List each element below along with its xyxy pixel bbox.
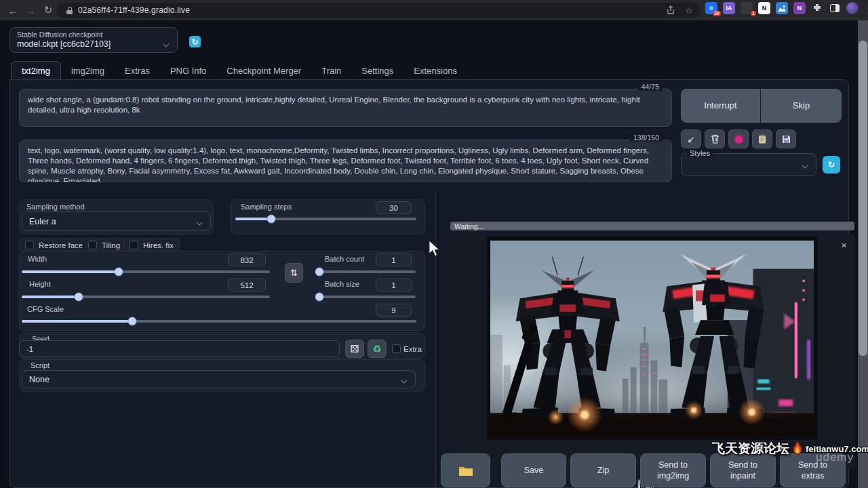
profile-avatar[interactable]	[846, 2, 859, 14]
tiling-label: Tiling	[102, 241, 120, 249]
main-tabs: txt2img img2img Extras PNG Info Checkpoi…	[11, 61, 467, 80]
refresh-checkpoints-button[interactable]: ↻	[189, 36, 201, 47]
cfg-scale-slider[interactable]	[22, 317, 416, 326]
paste-params-button[interactable]: ↙	[681, 129, 701, 148]
refresh-styles-button[interactable]: ↻	[823, 156, 840, 174]
sampling-method-dropdown[interactable]: Euler a	[22, 211, 211, 231]
save-button[interactable]: Save	[501, 453, 566, 487]
address-bar[interactable]: 02a56ff4-71ff-439e.gradio.live ☆	[57, 3, 700, 18]
styles-label: Styles	[687, 149, 713, 157]
checkpoint-dropdown[interactable]: Stable Diffusion checkpoint model.ckpt […	[9, 27, 178, 53]
site-watermark: 飞天资源论坛 feitianwu7.com	[712, 440, 868, 458]
width-slider[interactable]	[22, 267, 270, 277]
restore-faces-checkbox[interactable]	[25, 241, 34, 249]
tab-train[interactable]: Train	[311, 62, 351, 80]
clear-prompt-button[interactable]	[705, 129, 725, 148]
mouse-cursor	[429, 240, 441, 258]
random-seed-button[interactable]: ⚄	[345, 340, 364, 358]
bookmark-star-icon[interactable]: ☆	[685, 5, 693, 16]
txt2img-panel: wide shot angle, a (gundam:0.8) robot st…	[9, 79, 849, 488]
height-slider[interactable]	[22, 292, 270, 302]
trash-icon	[711, 134, 719, 144]
watermark-site: feitianwu7.com	[806, 444, 868, 454]
progress-status: Waiting...	[450, 222, 854, 230]
floppy-save-icon	[782, 135, 791, 144]
lock-icon	[66, 7, 73, 14]
browser-reload-icon[interactable]: ↻	[41, 3, 56, 18]
skip-button[interactable]: Skip	[761, 89, 842, 123]
batch-count-input[interactable]: 1	[376, 253, 412, 266]
script-value: None	[29, 375, 50, 384]
checkpoint-value: model.ckpt [cc6cb27103]	[17, 39, 170, 49]
reuse-seed-button[interactable]: ♻	[368, 340, 387, 358]
hires-fix-label: Hires. fix	[143, 241, 174, 249]
seed-input[interactable]: -1	[19, 340, 340, 357]
open-folder-button[interactable]	[441, 453, 490, 487]
script-dropdown[interactable]: None	[22, 370, 416, 388]
browser-menu-icon[interactable]: ⋮	[864, 3, 868, 14]
tab-png-info[interactable]: PNG Info	[160, 62, 216, 80]
close-preview-icon[interactable]: ×	[841, 240, 847, 250]
batch-size-input[interactable]: 1	[376, 279, 412, 291]
browser-forward-icon[interactable]: →	[23, 3, 38, 18]
screen: ← → ↻ 02a56ff4-71ff-439e.gradio.live ☆ 2…	[0, 0, 868, 488]
extra-networks-button[interactable]	[728, 129, 749, 148]
cfg-scale-input[interactable]: 9	[376, 304, 412, 317]
width-input[interactable]: 832	[228, 253, 266, 266]
extension-icon[interactable]: IA	[723, 2, 735, 14]
url-text[interactable]: 02a56ff4-71ff-439e.gradio.live	[78, 5, 190, 15]
extra-seed-label: Extra	[403, 345, 422, 353]
sampling-steps-slider[interactable]	[235, 214, 416, 224]
extension-icon[interactable]: 1	[741, 2, 753, 14]
gundam-preview-image	[490, 240, 814, 436]
batch-size-slider[interactable]	[317, 292, 416, 302]
send-to-img2img-button[interactable]: Send to img2img	[640, 453, 706, 487]
extension-icon[interactable]: N	[758, 2, 770, 14]
width-label: Width	[28, 255, 47, 263]
tab-settings[interactable]: Settings	[351, 62, 403, 80]
chevron-down-icon	[197, 220, 203, 224]
apply-styles-button[interactable]	[752, 129, 772, 148]
extension-icon[interactable]	[776, 2, 788, 14]
save-style-button[interactable]	[776, 129, 796, 148]
tab-extras[interactable]: Extras	[115, 62, 160, 80]
hires-fix-option[interactable]: Hires. fix	[123, 238, 180, 252]
watermark-text: 飞天资源论坛	[712, 440, 789, 458]
clipboard-icon	[758, 134, 766, 144]
extra-seed-checkbox[interactable]	[392, 344, 401, 353]
swap-dimensions-button[interactable]: ⇅	[285, 263, 303, 283]
sampling-steps-input[interactable]: 30	[376, 201, 412, 214]
zip-button[interactable]: Zip	[570, 453, 636, 487]
extra-networks-icon	[735, 136, 743, 143]
share-icon[interactable]	[666, 5, 675, 15]
send-to-inpaint-button[interactable]: Send to inpaint	[710, 453, 776, 487]
tab-checkpoint-merger[interactable]: Checkpoint Merger	[216, 62, 311, 80]
page-scrollbar-thumb[interactable]	[859, 41, 867, 356]
prompt-token-counter: 44/75	[638, 83, 663, 91]
tab-img2img[interactable]: img2img	[61, 62, 115, 80]
status-text: Waiting...	[454, 222, 484, 230]
chevron-down-icon	[401, 378, 408, 382]
sidebar-toggle-icon[interactable]	[829, 2, 841, 14]
prompt-textarea[interactable]: wide shot angle, a (gundam:0.8) robot st…	[19, 89, 672, 127]
styles-dropdown[interactable]: Styles	[681, 153, 816, 176]
batch-count-slider[interactable]	[317, 267, 416, 277]
height-input[interactable]: 512	[228, 279, 266, 291]
tiling-option[interactable]: Tiling	[82, 238, 126, 252]
tiling-checkbox[interactable]	[88, 241, 97, 249]
generated-image[interactable]	[487, 237, 817, 440]
extension-icon[interactable]: 20	[705, 2, 717, 14]
tab-extensions[interactable]: Extensions	[403, 62, 467, 80]
restore-faces-label: Restore faces	[39, 241, 87, 249]
folder-icon	[458, 465, 473, 476]
tab-txt2img[interactable]: txt2img	[11, 61, 61, 80]
negative-prompt-textarea[interactable]: text, logo, watermark, (worst quality, l…	[19, 140, 672, 182]
puzzle-extensions-icon[interactable]	[811, 2, 823, 14]
result-gallery: ×	[450, 235, 855, 468]
flame-icon	[791, 441, 804, 457]
browser-toolbar: ← → ↻ 02a56ff4-71ff-439e.gradio.live ☆ 2…	[0, 0, 868, 20]
interrupt-button[interactable]: Interrupt	[681, 89, 760, 123]
extension-icon[interactable]: N	[793, 2, 806, 14]
hires-fix-checkbox[interactable]	[130, 241, 138, 249]
browser-back-icon[interactable]: ←	[5, 3, 20, 18]
